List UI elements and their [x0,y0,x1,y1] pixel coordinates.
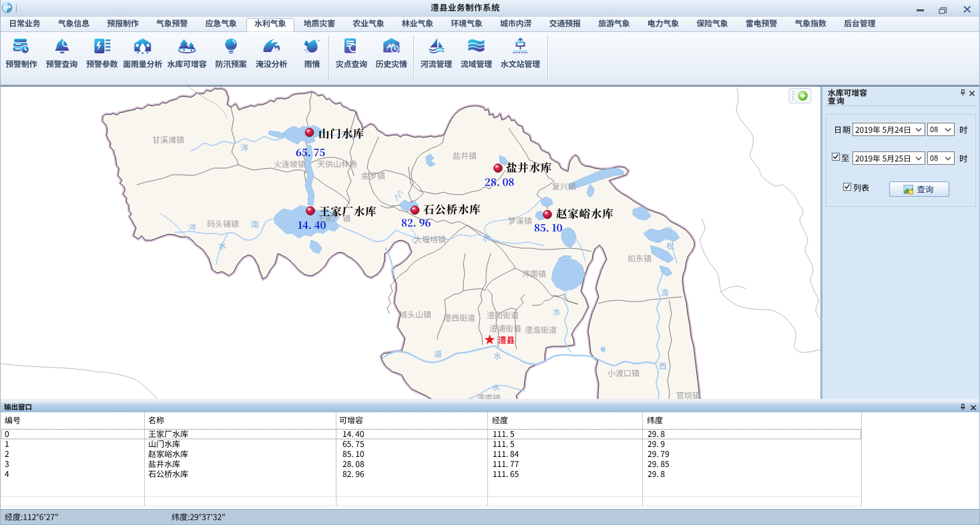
svg-text:7: 7 [386,46,389,52]
